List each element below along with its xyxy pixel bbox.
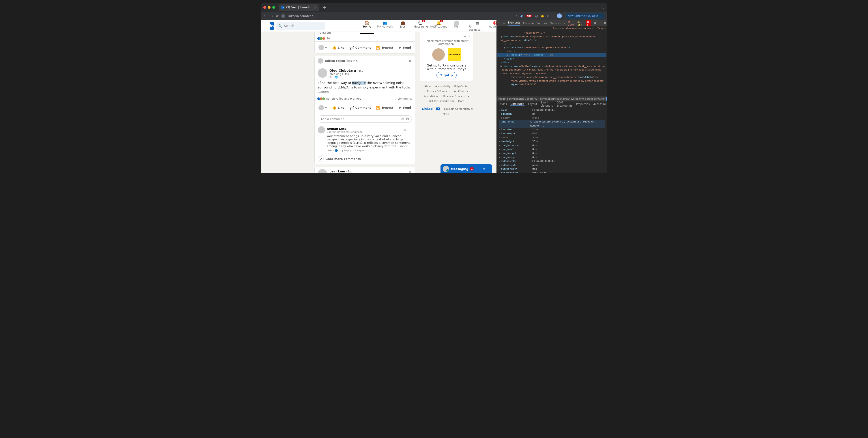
repost-button[interactable]: 🔁Repost	[374, 43, 395, 52]
close-window[interactable]	[264, 6, 266, 9]
new-tab-button[interactable]: +	[323, 5, 327, 10]
ext-icon-2[interactable]: ◎	[535, 14, 538, 18]
elements-tree[interactable]: " tabindex="-1"> ▼<div class="update-com…	[496, 30, 607, 96]
author-avatar-2[interactable]	[318, 169, 327, 173]
post-menu-icon[interactable]: ⋯	[401, 58, 406, 64]
warnings-badge[interactable]: ⚠ 154	[578, 20, 583, 26]
errors-badge[interactable]: ⊘ 1007	[568, 20, 575, 26]
subtab-dom[interactable]: DOM Breakpoints	[557, 101, 572, 107]
comment-reply[interactable]: Reply	[344, 149, 351, 152]
comment-button[interactable]: 💬Comment	[348, 43, 373, 52]
load-more-comments[interactable]: ⤢ Load more comments	[315, 154, 415, 164]
nav-advertise[interactable]: 🎯Advertise	[487, 20, 496, 32]
tab-network[interactable]: Network	[550, 22, 561, 25]
breadcrumb[interactable]: ‹ update-components-update-v2__commentar…	[496, 96, 607, 101]
issues-badge[interactable]: ▦ 1	[586, 20, 591, 26]
image-icon[interactable]: 🖼	[406, 117, 409, 121]
target-icon: 🎯	[493, 21, 496, 25]
computed-styles[interactable]: ▸colorrgba(0, 0, 0, 0.9)▸directionltr▸di…	[496, 107, 607, 174]
site-info-icon[interactable]: ⊶	[281, 14, 285, 18]
device-icon[interactable]: ▭	[503, 22, 505, 25]
subtab-a11y[interactable]: Accessibility	[593, 102, 607, 106]
linkedin-favicon: in	[281, 6, 284, 9]
subtab-styles[interactable]: Styles	[499, 102, 507, 106]
comment-field[interactable]	[321, 117, 399, 121]
author-avatar[interactable]	[318, 68, 327, 78]
minimize-window[interactable]	[268, 6, 271, 9]
like-button[interactable]: 👍Like	[330, 43, 346, 52]
profile-icon[interactable]	[557, 13, 562, 18]
ad-menu-icon[interactable]: ⋯	[468, 35, 470, 38]
send-button[interactable]: ➤Send	[397, 103, 413, 112]
update-chrome-button[interactable]: New Chrome available⋮	[565, 13, 604, 19]
tabs-menu-icon[interactable]: ⌄	[602, 5, 604, 10]
subtab-computed[interactable]: Computed	[510, 102, 524, 106]
msg-menu-icon[interactable]: ⋯	[477, 167, 480, 170]
network-icon: 👥	[382, 21, 388, 25]
tab-sources[interactable]: Sources	[536, 22, 547, 25]
nav-notifications[interactable]: 🔔2Notifications	[430, 20, 448, 32]
search-box[interactable]: 🔍	[276, 22, 325, 30]
messaging-bar[interactable]: Messaging 1 ⋯ ✎ ˄	[440, 164, 492, 173]
forward-button[interactable]: →	[270, 14, 273, 18]
repost-button[interactable]: 🔁Repost	[374, 103, 395, 112]
tab-elements[interactable]: Elements	[508, 21, 521, 26]
linkedin-logo[interactable]: in	[270, 22, 274, 30]
search-input[interactable]	[284, 24, 322, 28]
browser-tab[interactable]: in (3) Feed | LinkedIn ×	[279, 4, 319, 11]
jobs-icon: 💼	[400, 21, 405, 25]
see-more[interactable]: …more	[318, 90, 329, 93]
back-button[interactable]: ←	[264, 14, 267, 18]
extensions-icon[interactable]: ⊞	[547, 14, 550, 18]
maximize-window[interactable]	[272, 6, 275, 9]
emoji-icon[interactable]: ☺	[401, 117, 404, 121]
chevron-up-icon[interactable]: ˄	[488, 167, 490, 170]
post-body: I find the best way to navigate the over…	[315, 81, 415, 96]
commenter-avatar[interactable]	[318, 126, 325, 133]
reload-button[interactable]: ⟳	[276, 14, 279, 18]
adblock-icon[interactable]: ABP	[526, 14, 532, 17]
dt-menu-icon[interactable]: ⋮	[599, 22, 601, 25]
nav-me[interactable]: Me▾	[448, 20, 466, 32]
like-button[interactable]: 👍Like	[330, 103, 346, 112]
ext-icon-3[interactable]: ●	[541, 14, 544, 18]
ad-cta-button[interactable]: SignUp	[436, 72, 457, 79]
nav-business[interactable]: ▦For Business▾	[468, 20, 487, 32]
nav-jobs[interactable]: 💼Jobs	[394, 20, 412, 32]
bookmark-star-icon[interactable]: ☆	[515, 14, 518, 18]
tab-more[interactable]: »	[564, 22, 565, 25]
comment-button[interactable]: 💬Comment	[348, 103, 373, 112]
nav-messaging[interactable]: 💬1Messaging	[412, 20, 430, 32]
comment-like[interactable]: Like	[327, 149, 332, 152]
close-devtools-icon[interactable]: ✕	[604, 22, 606, 25]
social-avatar[interactable]	[318, 58, 323, 64]
tab-console[interactable]: Console	[523, 22, 534, 25]
close-icon[interactable]: ✕	[408, 58, 412, 64]
react-selector[interactable]: ▾	[317, 43, 329, 52]
shared-link-domain: front.com	[315, 32, 415, 36]
author-name[interactable]: Oleg Ciubotaru	[330, 69, 356, 72]
grid-icon: ▦	[475, 21, 479, 25]
comment-menu-icon[interactable]: ⋯	[408, 128, 412, 132]
like-icon: 👍	[332, 45, 336, 50]
send-button[interactable]: ➤Send	[397, 43, 413, 52]
comments-count[interactable]: 7 comments	[395, 97, 412, 100]
settings-icon[interactable]: ⚙	[594, 22, 596, 25]
close-icon[interactable]: ✕	[408, 169, 412, 173]
ext-icon-1[interactable]: ◉	[520, 14, 523, 18]
compose-icon[interactable]: ✎	[483, 167, 486, 170]
subtab-layout[interactable]: Layout	[528, 102, 537, 106]
comment-input[interactable]: ☺ 🖼	[318, 115, 412, 123]
subtab-props[interactable]: Properties	[576, 102, 590, 106]
reactions-row[interactable]: 10	[315, 36, 415, 41]
react-selector[interactable]: ▾	[317, 103, 329, 112]
reactors-text[interactable]: Adrien Fallou and 9 others	[326, 97, 361, 100]
nav-network[interactable]: 👥My Network	[376, 20, 394, 32]
post-menu-icon[interactable]: ⋯	[399, 169, 404, 173]
commenter-name[interactable]: Roman Leca	[327, 127, 347, 130]
subtab-events[interactable]: Event Listeners	[541, 101, 553, 107]
inspect-icon[interactable]: ⬚	[498, 22, 500, 25]
nav-home[interactable]: 🏠Home	[358, 20, 376, 32]
address-field[interactable]: ⊶ linkedin.com/feed/ ☆	[281, 14, 518, 18]
close-tab-icon[interactable]: ×	[314, 6, 316, 9]
